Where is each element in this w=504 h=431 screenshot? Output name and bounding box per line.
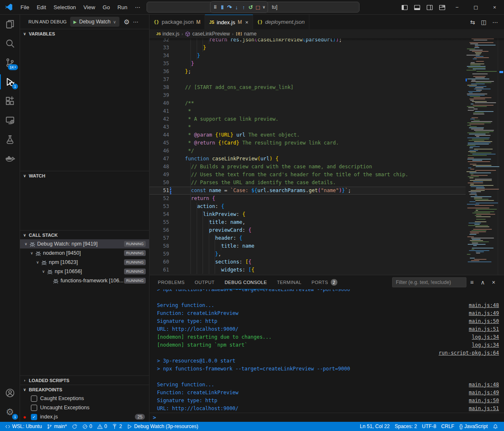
open-changes-icon[interactable]: ⇆ — [470, 19, 475, 25]
status-sync[interactable] — [69, 422, 80, 431]
panel-tab-terminal[interactable]: TERMINAL — [276, 275, 302, 289]
tab-package-json[interactable]: {}package.jsonM — [149, 15, 205, 29]
checkbox[interactable] — [31, 405, 37, 411]
status-braces[interactable]: {}JavaScript — [457, 422, 490, 431]
minimap[interactable] — [466, 38, 498, 275]
status-debug[interactable]: Debug Watch (3p-resources) — [124, 422, 201, 431]
restart-icon[interactable]: ↺ — [247, 3, 254, 12]
debug-settings-gear-icon[interactable]: ⚙ — [124, 18, 129, 26]
section-variables[interactable]: ∨ VARIABLES — [20, 29, 149, 38]
panel-tab-output[interactable]: OUTPUT — [194, 275, 215, 289]
drag-grip-icon[interactable]: ⠿ — [212, 3, 219, 12]
source-link[interactable]: log.js:34 — [472, 334, 504, 340]
menu-item-run[interactable]: Run — [114, 4, 131, 10]
source-link[interactable]: main.js:51 — [469, 406, 504, 411]
more-icon[interactable]: ∨ — [261, 3, 266, 12]
section-watch[interactable]: ∨ WATCH — [20, 171, 149, 180]
activity-source-control-icon[interactable]: 1K+ — [0, 53, 20, 72]
activity-testing-icon[interactable] — [0, 130, 20, 149]
breakpoint-caught-exceptions[interactable]: Caught Exceptions — [20, 394, 149, 403]
source-link[interactable]: main.js:48 — [469, 302, 504, 308]
activity-docker-icon[interactable] — [0, 149, 20, 168]
step-out-icon[interactable]: ↑ — [240, 3, 247, 12]
activity-run-and-debug-icon[interactable]: 1 — [0, 72, 20, 91]
call-stack-session-npm-10623[interactable]: ∨npm [10623]RUNNING — [20, 258, 149, 267]
pause-icon[interactable]: Ⅱ — [219, 3, 226, 12]
debug-console-input[interactable]: > — [149, 413, 504, 422]
menu-item-view[interactable]: View — [80, 4, 99, 10]
source-link[interactable]: log.js:34 — [472, 342, 504, 348]
editor-scrollbar[interactable] — [498, 38, 504, 275]
step-over-icon[interactable]: ↷ — [226, 3, 233, 12]
activity-extensions-icon[interactable] — [0, 91, 20, 111]
call-stack-session-functions-framework-106[interactable]: functions-framework [106...RUNNING — [20, 276, 149, 285]
section-call-stack[interactable]: ∨ CALL STACK — [20, 230, 149, 239]
activity-explorer-icon[interactable] — [0, 15, 20, 34]
close-panel-icon[interactable]: × — [488, 279, 499, 286]
menu-item-go[interactable]: Go — [99, 4, 114, 10]
call-stack-session-npx-10656[interactable]: ∨npx [10656]RUNNING — [20, 267, 149, 276]
stop-icon[interactable]: □ — [254, 3, 261, 12]
status-ln-51-col-22[interactable]: Ln 51, Col 22 — [357, 422, 392, 431]
source-link[interactable]: main.js:48 — [469, 382, 504, 388]
call-stack-session-debug-watch-npm-9419[interactable]: ∨Debug Watch: npm [9419]RUNNING — [20, 239, 149, 248]
start-debug-icon[interactable]: ▶ — [73, 20, 77, 24]
code-editor[interactable]: 32return res.json(caseLinkPreview(parsed… — [149, 38, 504, 275]
breadcrumb-item-caselinkpreview[interactable]: caseLinkPreview — [185, 31, 230, 37]
status-remote[interactable]: WSL: Ubuntu — [3, 422, 44, 431]
status-spaces-2[interactable]: Spaces: 2 — [392, 422, 419, 431]
status-error[interactable]: 0 — [80, 422, 95, 431]
section-loaded-scripts[interactable]: › LOADED SCRIPTS — [20, 375, 149, 385]
toggle-primary-sidebar-icon[interactable] — [401, 4, 408, 11]
source-link[interactable]: run-script-pkg.js:64 — [439, 350, 504, 356]
debug-more-actions-icon[interactable]: ⋯ — [133, 19, 139, 25]
minimize-icon[interactable]: − — [448, 0, 466, 15]
source-link[interactable]: main.js:49 — [469, 390, 504, 396]
panel-tab-debug-console[interactable]: DEBUG CONSOLE — [224, 275, 268, 289]
split-editor-icon[interactable]: ◫ — [481, 19, 486, 25]
menu-item-edit[interactable]: Edit — [33, 4, 50, 10]
status-tower[interactable]: 2 — [109, 422, 124, 431]
debug-launch-select[interactable]: ▶ Debug Watch ∨ — [70, 17, 119, 27]
activity-remote-explorer-icon[interactable] — [0, 111, 20, 130]
source-link[interactable]: main.js:50 — [469, 398, 504, 403]
tab-deployment-json[interactable]: {}deployment.json — [253, 15, 309, 29]
panel-tab-problems[interactable]: PROBLEMS — [157, 275, 185, 289]
breakpoint-uncaught-exceptions[interactable]: Uncaught Exceptions — [20, 403, 149, 412]
close-icon[interactable]: × — [485, 0, 504, 15]
activity-accounts-icon[interactable] — [0, 383, 20, 403]
checkbox[interactable]: ✓ — [31, 414, 37, 420]
activity-search-icon[interactable] — [0, 34, 20, 53]
more-actions-icon[interactable]: ⋯ — [492, 19, 498, 25]
menu-item-file[interactable]: File — [17, 4, 33, 10]
source-link[interactable]: main.js:49 — [469, 310, 504, 316]
breadcrumb-item-name[interactable]: [@]name — [236, 31, 256, 37]
activity-settings-icon[interactable]: ⚙1 — [0, 403, 20, 422]
maximize-icon[interactable]: ◻ — [466, 0, 485, 15]
status-utf-8[interactable]: UTF-8 — [420, 422, 439, 431]
status-warning[interactable]: 0 — [95, 422, 110, 431]
breakpoint-index-js[interactable]: ●✓index.js25 — [20, 412, 149, 421]
close-tab-icon[interactable]: × — [245, 19, 248, 25]
menu-overflow-icon[interactable]: ⋯ — [131, 4, 144, 10]
status-crlf[interactable]: CRLF — [439, 422, 457, 431]
section-breakpoints[interactable]: ∨ BREAKPOINTS — [20, 385, 149, 394]
output-lines-icon[interactable]: ≡ — [466, 279, 477, 286]
status-branch[interactable]: main* — [44, 422, 69, 431]
status-bell[interactable] — [490, 422, 501, 431]
debug-console-output[interactable]: > npx functions-framework --target=creat… — [149, 289, 504, 413]
call-stack-session-nodemon-9450[interactable]: ∨nodemon [9450]RUNNING — [20, 248, 149, 258]
breadcrumb-item-index-js[interactable]: JSindex.js — [156, 31, 180, 37]
tab-index-js[interactable]: JSindex.jsM× — [205, 15, 253, 29]
maximize-panel-icon[interactable]: ∧ — [477, 279, 488, 286]
step-into-icon[interactable]: ↓ — [233, 3, 240, 12]
source-link[interactable]: main.js:51 — [469, 326, 504, 332]
menu-item-selection[interactable]: Selection — [50, 4, 79, 10]
toggle-secondary-sidebar-icon[interactable] — [426, 4, 433, 11]
checkbox[interactable] — [31, 396, 37, 402]
panel-tab-ports[interactable]: PORTS2 — [311, 275, 338, 289]
source-link[interactable]: main.js:50 — [469, 318, 504, 324]
toggle-panel-icon[interactable] — [414, 4, 420, 11]
console-filter-input[interactable] — [392, 277, 466, 287]
customize-layout-icon[interactable] — [439, 4, 446, 11]
